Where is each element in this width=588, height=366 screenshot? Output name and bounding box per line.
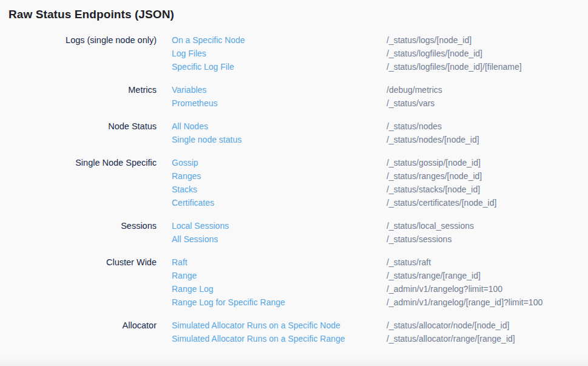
endpoint-link[interactable]: Range	[172, 269, 387, 282]
endpoint-rows: Simulated Allocator Runs on a Specific N…	[172, 319, 588, 345]
endpoint-path: /_status/sessions	[387, 232, 588, 246]
endpoint-group: MetricsVariables/debug/metricsPrometheus…	[0, 83, 588, 110]
endpoint-path: /_status/range/[range_id]	[387, 269, 588, 282]
endpoint-row: All Sessions/_status/sessions	[172, 232, 588, 246]
endpoint-link[interactable]: Stacks	[172, 183, 387, 196]
endpoint-path: /_status/allocator/node/[node_id]	[387, 319, 588, 332]
endpoint-row: On a Specific Node/_status/logs/[node_id…	[172, 33, 588, 47]
endpoint-path: /_status/gossip/[node_id]	[387, 156, 588, 169]
endpoint-path: /debug/metrics	[387, 83, 588, 97]
endpoint-row: Variables/debug/metrics	[172, 83, 588, 97]
group-category-label: Allocator	[0, 319, 157, 345]
endpoint-rows: All Nodes/_status/nodesSingle node statu…	[172, 120, 588, 146]
endpoint-row: Range/_status/range/[range_id]	[172, 269, 588, 282]
endpoint-path: /_status/logs/[node_id]	[387, 33, 588, 47]
endpoint-path: /_status/nodes	[387, 120, 588, 133]
endpoint-link[interactable]: Ranges	[172, 169, 387, 183]
endpoint-link[interactable]: On a Specific Node	[172, 33, 387, 47]
endpoint-path: /_status/logfiles/[node_id]	[387, 47, 588, 60]
endpoint-rows: On a Specific Node/_status/logs/[node_id…	[172, 33, 588, 73]
endpoint-group: Cluster WideRaft/_status/raftRange/_stat…	[0, 256, 588, 309]
endpoint-link[interactable]: Simulated Allocator Runs on a Specific R…	[172, 332, 387, 345]
endpoint-row: Local Sessions/_status/local_sessions	[172, 219, 588, 232]
endpoint-rows: Raft/_status/raftRange/_status/range/[ra…	[172, 256, 588, 309]
endpoint-groups: Logs (single node only)On a Specific Nod…	[0, 33, 588, 355]
endpoint-link[interactable]: Raft	[172, 256, 387, 269]
endpoint-link[interactable]: Single node status	[172, 133, 387, 146]
endpoint-link[interactable]: All Nodes	[172, 120, 387, 133]
endpoint-row: All Nodes/_status/nodes	[172, 120, 588, 133]
endpoint-path: /_status/nodes/[node_id]	[387, 133, 588, 146]
endpoint-row: Single node status/_status/nodes/[node_i…	[172, 133, 588, 146]
endpoint-path: /_status/ranges/[node_id]	[387, 169, 588, 183]
endpoint-row: Simulated Allocator Runs on a Specific N…	[172, 319, 588, 332]
endpoint-rows: Variables/debug/metricsPrometheus/_statu…	[172, 83, 588, 110]
endpoint-row: Raft/_status/raft	[172, 256, 588, 269]
bottom-fade	[0, 358, 588, 366]
endpoint-path: /_admin/v1/rangelog/[range_id]?limit=100	[387, 296, 588, 309]
endpoint-link[interactable]: Variables	[172, 83, 387, 97]
endpoint-link[interactable]: Local Sessions	[172, 219, 387, 232]
endpoint-link[interactable]: Prometheus	[172, 97, 387, 110]
endpoint-group: AllocatorSimulated Allocator Runs on a S…	[0, 319, 588, 345]
endpoint-rows: Local Sessions/_status/local_sessionsAll…	[172, 219, 588, 246]
endpoint-group: SessionsLocal Sessions/_status/local_ses…	[0, 219, 588, 246]
endpoint-row: Simulated Allocator Runs on a Specific R…	[172, 332, 588, 345]
endpoint-group: Logs (single node only)On a Specific Nod…	[0, 33, 588, 73]
endpoint-link[interactable]: Range Log for Specific Range	[172, 296, 387, 309]
endpoint-rows: Gossip/_status/gossip/[node_id]Ranges/_s…	[172, 156, 588, 209]
endpoint-link[interactable]: Certificates	[172, 196, 387, 209]
endpoint-row: Stacks/_status/stacks/[node_id]	[172, 183, 588, 196]
endpoint-link[interactable]: Log Files	[172, 47, 387, 60]
endpoint-row: Prometheus/_status/vars	[172, 97, 588, 110]
group-category-label: Logs (single node only)	[0, 33, 157, 73]
endpoint-path: /_status/stacks/[node_id]	[387, 183, 588, 196]
endpoint-row: Ranges/_status/ranges/[node_id]	[172, 169, 588, 183]
group-category-label: Metrics	[0, 83, 157, 110]
endpoint-row: Certificates/_status/certificates/[node_…	[172, 196, 588, 209]
endpoint-row: Range Log for Specific Range/_admin/v1/r…	[172, 296, 588, 309]
endpoint-row: Log Files/_status/logfiles/[node_id]	[172, 47, 588, 60]
group-category-label: Sessions	[0, 219, 157, 246]
endpoint-path: /_status/local_sessions	[387, 219, 588, 232]
endpoint-link[interactable]: All Sessions	[172, 232, 387, 246]
group-category-label: Node Status	[0, 120, 157, 146]
endpoint-path: /_status/raft	[387, 256, 588, 269]
page-title: Raw Status Endpoints (JSON)	[8, 8, 174, 21]
endpoint-row: Range Log/_admin/v1/rangelog?limit=100	[172, 282, 588, 296]
endpoint-link[interactable]: Range Log	[172, 282, 387, 296]
endpoint-path: /_status/certificates/[node_id]	[387, 196, 588, 209]
endpoint-group: Node StatusAll Nodes/_status/nodesSingle…	[0, 120, 588, 146]
endpoint-path: /_status/vars	[387, 97, 588, 110]
endpoint-link[interactable]: Simulated Allocator Runs on a Specific N…	[172, 319, 387, 332]
endpoint-link[interactable]: Gossip	[172, 156, 387, 169]
endpoint-path: /_admin/v1/rangelog?limit=100	[387, 282, 588, 296]
endpoint-path: /_status/logfiles/[node_id]/[filename]	[387, 60, 588, 73]
debug-page: Raw Status Endpoints (JSON) Logs (single…	[0, 0, 588, 366]
group-category-label: Cluster Wide	[0, 256, 157, 309]
group-category-label: Single Node Specific	[0, 156, 157, 209]
endpoint-row: Gossip/_status/gossip/[node_id]	[172, 156, 588, 169]
endpoint-link[interactable]: Specific Log File	[172, 60, 387, 73]
endpoint-row: Specific Log File/_status/logfiles/[node…	[172, 60, 588, 73]
endpoint-path: /_status/allocator/range/[range_id]	[387, 332, 588, 345]
endpoint-group: Single Node SpecificGossip/_status/gossi…	[0, 156, 588, 209]
